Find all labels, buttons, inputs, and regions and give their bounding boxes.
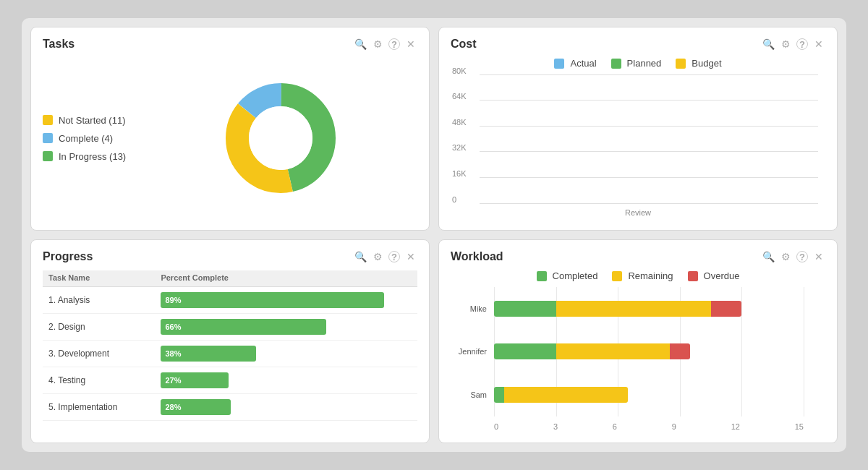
- wl-legend-overdue: Overdue: [688, 270, 740, 281]
- cost-header: Cost 🔍 ⚙ ? ✕: [451, 38, 825, 51]
- donut-hole: [249, 106, 312, 170]
- workload-search-icon[interactable]: 🔍: [762, 250, 775, 263]
- wl-x-axis: 03691215: [494, 416, 804, 431]
- dashboard: Tasks 🔍 ⚙ ? ✕ Not Started (11) Complete …: [22, 18, 846, 452]
- wl-completed-0: [494, 301, 556, 317]
- complete-dot: [43, 133, 53, 143]
- tasks-search-icon[interactable]: 🔍: [354, 38, 367, 51]
- progress-row-4: 5. Implementation 28%: [43, 394, 417, 421]
- cost-gear-icon[interactable]: ⚙: [779, 38, 792, 51]
- wl-legend-completed: Completed: [537, 270, 598, 281]
- wl-remaining-2: [504, 387, 628, 403]
- cost-search-icon[interactable]: 🔍: [762, 38, 775, 51]
- wl-x-tick-4: 12: [731, 422, 740, 431]
- bar-fill-3: 27%: [161, 372, 229, 388]
- tasks-gear-icon[interactable]: ⚙: [371, 38, 384, 51]
- bar-fill-0: 89%: [161, 292, 383, 308]
- budget-dot: [676, 59, 686, 69]
- planned-label: Planned: [627, 58, 662, 69]
- cost-legend: Actual Planned Budget: [451, 58, 825, 69]
- wl-x-tick-3: 9: [672, 422, 676, 431]
- bar-fill-2: 38%: [161, 346, 256, 362]
- task-name-3: 4. Testing: [43, 367, 155, 394]
- completed-dot: [537, 271, 547, 281]
- wl-bar-group-0: [494, 301, 741, 317]
- wl-overdue-1: [670, 343, 690, 359]
- progress-content: Task Name Percent Complete 1. Analysis 8…: [43, 270, 417, 421]
- cost-legend-planned: Planned: [611, 58, 662, 69]
- tasks-close-icon[interactable]: ✕: [404, 38, 417, 51]
- tasks-help-icon[interactable]: ?: [388, 38, 400, 50]
- bar-fill-1: 66%: [161, 319, 326, 335]
- workload-chart: MikeJenniferSam: [451, 287, 825, 431]
- cost-icons: 🔍 ⚙ ? ✕: [762, 38, 825, 51]
- workload-help-icon[interactable]: ?: [796, 251, 808, 262]
- wl-x-tick-5: 15: [795, 422, 804, 431]
- workload-header: Workload 🔍 ⚙ ? ✕: [451, 250, 825, 263]
- tasks-header: Tasks 🔍 ⚙ ? ✕: [43, 38, 417, 51]
- progress-help-icon[interactable]: ?: [388, 251, 400, 262]
- workload-legend: Completed Remaining Overdue: [451, 270, 825, 281]
- workload-gear-icon[interactable]: ⚙: [779, 250, 792, 263]
- cost-panel: Cost 🔍 ⚙ ? ✕ Actual Planned: [438, 27, 838, 231]
- cost-bars: [480, 74, 818, 204]
- progress-gear-icon[interactable]: ⚙: [371, 250, 384, 263]
- actual-label: Actual: [570, 58, 596, 69]
- cost-close-icon[interactable]: ✕: [812, 38, 825, 51]
- workload-content: Completed Remaining Overdue MikeJennifer…: [451, 270, 825, 431]
- wl-bar-group-2: [494, 387, 628, 403]
- wl-rows: [494, 287, 804, 416]
- workload-title: Workload: [451, 250, 503, 263]
- progress-row-2: 3. Development 38%: [43, 341, 417, 367]
- wl-x-tick-2: 6: [613, 422, 617, 431]
- in-progress-label: In Progress (13): [59, 151, 126, 162]
- budget-label: Budget: [692, 58, 721, 69]
- y-label-16k: 16K: [452, 169, 467, 178]
- tasks-title: Tasks: [43, 38, 75, 51]
- cost-legend-budget: Budget: [676, 58, 721, 69]
- y-label-64k: 64K: [452, 92, 467, 101]
- progress-close-icon[interactable]: ✕: [404, 250, 417, 263]
- pct-cell-2: 38%: [155, 341, 417, 367]
- wl-y-label-0: Mike: [451, 299, 493, 318]
- task-name-0: 1. Analysis: [43, 287, 155, 314]
- y-label-0: 0: [452, 195, 456, 204]
- wl-completed-1: [494, 343, 556, 359]
- cost-help-icon[interactable]: ?: [796, 38, 808, 50]
- not-started-dot: [43, 115, 53, 125]
- bar-bg-0: 89%: [161, 292, 412, 308]
- wl-y-labels: MikeJenniferSam: [451, 287, 493, 416]
- planned-dot: [611, 59, 621, 69]
- bar-bg-4: 28%: [161, 399, 412, 415]
- legend-not-started: Not Started (11): [43, 115, 144, 126]
- wl-grid-5: [804, 287, 804, 416]
- tasks-legend: Not Started (11) Complete (4) In Progres…: [43, 115, 144, 162]
- wl-y-label-1: Jennifer: [451, 342, 493, 361]
- legend-complete: Complete (4): [43, 133, 144, 144]
- cost-chart-area: 80K 64K 48K 32K 16K: [451, 74, 825, 218]
- tasks-icons: 🔍 ⚙ ? ✕: [354, 38, 417, 51]
- wl-row-0: [494, 299, 804, 318]
- completed-label: Completed: [553, 270, 598, 281]
- pct-cell-0: 89%: [155, 287, 417, 314]
- progress-table: Task Name Percent Complete 1. Analysis 8…: [43, 270, 417, 421]
- wl-y-label-2: Sam: [451, 385, 493, 404]
- task-name-1: 2. Design: [43, 314, 155, 341]
- progress-table-header: Task Name Percent Complete: [43, 270, 417, 287]
- workload-close-icon[interactable]: ✕: [812, 250, 825, 263]
- remaining-dot: [612, 271, 622, 281]
- cost-x-label: Review: [625, 208, 651, 217]
- task-name-4: 5. Implementation: [43, 394, 155, 421]
- y-label-32k: 32K: [452, 143, 467, 152]
- complete-label: Complete (4): [59, 133, 113, 144]
- donut-container: [144, 73, 417, 203]
- y-label-48k: 48K: [452, 118, 467, 127]
- tasks-content: Not Started (11) Complete (4) In Progres…: [43, 58, 417, 218]
- progress-search-icon[interactable]: 🔍: [354, 250, 367, 263]
- pct-cell-1: 66%: [155, 314, 417, 341]
- progress-row-3: 4. Testing 27%: [43, 367, 417, 394]
- wl-remaining-1: [556, 343, 670, 359]
- wl-x-tick-1: 3: [553, 422, 558, 431]
- legend-in-progress: In Progress (13): [43, 151, 144, 162]
- progress-header: Progress 🔍 ⚙ ? ✕: [43, 250, 417, 263]
